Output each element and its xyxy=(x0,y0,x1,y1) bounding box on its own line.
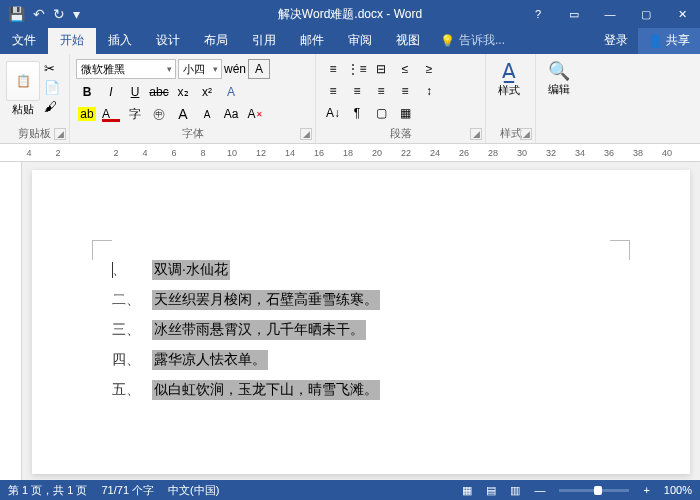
tab-mailings[interactable]: 邮件 xyxy=(288,27,336,54)
copy-icon[interactable]: 📄 xyxy=(44,80,60,95)
status-language[interactable]: 中文(中国) xyxy=(168,483,219,498)
document-line[interactable]: 四、露华凉人怯衣单。 xyxy=(112,350,610,370)
font-size-select[interactable]: 小四 xyxy=(178,59,222,79)
borders-button[interactable]: ▦ xyxy=(394,103,416,123)
superscript-button[interactable]: x² xyxy=(196,82,218,102)
clear-formatting-button[interactable]: A✕ xyxy=(244,104,266,124)
subscript-button[interactable]: x₂ xyxy=(172,82,194,102)
vertical-ruler[interactable] xyxy=(0,162,22,482)
tell-me-search[interactable]: 💡告诉我... xyxy=(432,27,513,54)
italic-button[interactable]: I xyxy=(100,82,122,102)
tab-references[interactable]: 引用 xyxy=(240,27,288,54)
char-shading-button[interactable]: 字 xyxy=(124,104,146,124)
char-border-button[interactable]: A xyxy=(248,59,270,79)
qat-more-icon[interactable]: ▾ xyxy=(73,6,80,22)
bullets-button[interactable]: ≡ xyxy=(322,59,344,79)
editing-button[interactable]: 🔍编辑 xyxy=(542,57,576,99)
decrease-indent-button[interactable]: ≤ xyxy=(394,59,416,79)
minimize-button[interactable]: — xyxy=(592,0,628,28)
ruler-tick: 38 xyxy=(633,148,643,158)
document-line[interactable]: 、双调·水仙花 xyxy=(112,260,610,280)
increase-indent-button[interactable]: ≥ xyxy=(418,59,440,79)
ribbon-help-icon[interactable]: ? xyxy=(520,0,556,28)
font-color-button[interactable]: A xyxy=(100,104,122,124)
paste-label: 粘贴 xyxy=(12,102,34,117)
phonetic-guide-button[interactable]: wén xyxy=(224,59,246,79)
zoom-level[interactable]: 100% xyxy=(664,484,692,496)
selected-text[interactable]: 冰丝带雨悬霄汉，几千年晒未干。 xyxy=(152,320,366,340)
line-spacing-button[interactable]: ↕ xyxy=(418,81,440,101)
selected-text[interactable]: 双调·水仙花 xyxy=(152,260,230,280)
ruler-tick: 36 xyxy=(604,148,614,158)
styles-button[interactable]: A̲样式 xyxy=(492,57,526,99)
highlight-button[interactable]: ab xyxy=(76,104,98,124)
strikethrough-button[interactable]: abc xyxy=(148,82,170,102)
document-area: 、双调·水仙花二、天丝织罢月梭闲，石壁高垂雪练寒。三、冰丝带雨悬霄汉，几千年晒未… xyxy=(0,162,700,482)
paragraph-launcher[interactable]: ◢ xyxy=(470,128,482,140)
tab-design[interactable]: 设计 xyxy=(144,27,192,54)
tab-insert[interactable]: 插入 xyxy=(96,27,144,54)
document-line[interactable]: 三、冰丝带雨悬霄汉，几千年晒未干。 xyxy=(112,320,610,340)
align-left-button[interactable]: ≡ xyxy=(322,81,344,101)
shading-button[interactable]: ▢ xyxy=(370,103,392,123)
view-read-icon[interactable]: ▦ xyxy=(462,484,472,497)
document-line[interactable]: 五、似白虹饮涧，玉龙下山，晴雪飞滩。 xyxy=(112,380,610,400)
multilevel-list-button[interactable]: ⊟ xyxy=(370,59,392,79)
login-button[interactable]: 登录 xyxy=(594,27,638,54)
find-icon: 🔍 xyxy=(548,60,570,82)
bold-button[interactable]: B xyxy=(76,82,98,102)
close-button[interactable]: ✕ xyxy=(664,0,700,28)
maximize-button[interactable]: ▢ xyxy=(628,0,664,28)
paste-button[interactable]: 📋 xyxy=(6,61,40,101)
tab-layout[interactable]: 布局 xyxy=(192,27,240,54)
styles-launcher[interactable]: ◢ xyxy=(520,128,532,140)
zoom-in-button[interactable]: + xyxy=(643,484,649,496)
document-page[interactable]: 、双调·水仙花二、天丝织罢月梭闲，石壁高垂雪练寒。三、冰丝带雨悬霄汉，几千年晒未… xyxy=(32,170,690,474)
clipboard-launcher[interactable]: ◢ xyxy=(54,128,66,140)
status-page[interactable]: 第 1 页，共 1 页 xyxy=(8,483,87,498)
save-icon[interactable]: 💾 xyxy=(8,6,25,22)
window-controls: ? ▭ — ▢ ✕ xyxy=(520,0,700,28)
selected-text[interactable]: 露华凉人怯衣单。 xyxy=(152,350,268,370)
ruler-tick: 14 xyxy=(285,148,295,158)
redo-icon[interactable]: ↻ xyxy=(53,6,65,22)
ruler-tick: 34 xyxy=(575,148,585,158)
ribbon-display-options-icon[interactable]: ▭ xyxy=(556,0,592,28)
font-name-select[interactable]: 微软雅黑 xyxy=(76,59,176,79)
grow-font-button[interactable]: A xyxy=(172,104,194,124)
horizontal-ruler[interactable]: 42246810121416182022242628303234363840 xyxy=(0,144,700,162)
selected-text[interactable]: 似白虹饮涧，玉龙下山，晴雪飞滩。 xyxy=(152,380,380,400)
align-justify-button[interactable]: ≡ xyxy=(394,81,416,101)
cut-icon[interactable]: ✂ xyxy=(44,61,60,76)
document-line[interactable]: 二、天丝织罢月梭闲，石壁高垂雪练寒。 xyxy=(112,290,610,310)
text-effects-button[interactable]: A xyxy=(220,82,242,102)
numbering-button[interactable]: ⋮≡ xyxy=(346,59,368,79)
font-launcher[interactable]: ◢ xyxy=(300,128,312,140)
align-right-button[interactable]: ≡ xyxy=(370,81,392,101)
styles-label: 样式 xyxy=(498,83,520,98)
enclose-char-button[interactable]: ㊥ xyxy=(148,104,170,124)
zoom-out-button[interactable]: — xyxy=(534,484,545,496)
show-marks-button[interactable]: ¶ xyxy=(346,103,368,123)
status-bar: 第 1 页，共 1 页 71/71 个字 中文(中国) ▦ ▤ ▥ — + 10… xyxy=(0,480,700,500)
text-cursor xyxy=(112,262,113,278)
tab-review[interactable]: 审阅 xyxy=(336,27,384,54)
view-web-icon[interactable]: ▥ xyxy=(510,484,520,497)
align-center-button[interactable]: ≡ xyxy=(346,81,368,101)
format-painter-icon[interactable]: 🖌 xyxy=(44,99,60,114)
zoom-slider[interactable] xyxy=(559,489,629,492)
undo-icon[interactable]: ↶ xyxy=(33,6,45,22)
clipboard-icon: 📋 xyxy=(16,74,31,88)
selected-text[interactable]: 天丝织罢月梭闲，石壁高垂雪练寒。 xyxy=(152,290,380,310)
tab-home[interactable]: 开始 xyxy=(48,27,96,54)
group-editing: 🔍编辑 xyxy=(536,54,586,143)
shrink-font-button[interactable]: A xyxy=(196,104,218,124)
change-case-button[interactable]: Aa xyxy=(220,104,242,124)
sort-button[interactable]: A↓ xyxy=(322,103,344,123)
tab-file[interactable]: 文件 xyxy=(0,27,48,54)
view-print-icon[interactable]: ▤ xyxy=(486,484,496,497)
underline-button[interactable]: U xyxy=(124,82,146,102)
share-button[interactable]: 👤共享 xyxy=(638,27,700,54)
status-word-count[interactable]: 71/71 个字 xyxy=(101,483,154,498)
tab-view[interactable]: 视图 xyxy=(384,27,432,54)
